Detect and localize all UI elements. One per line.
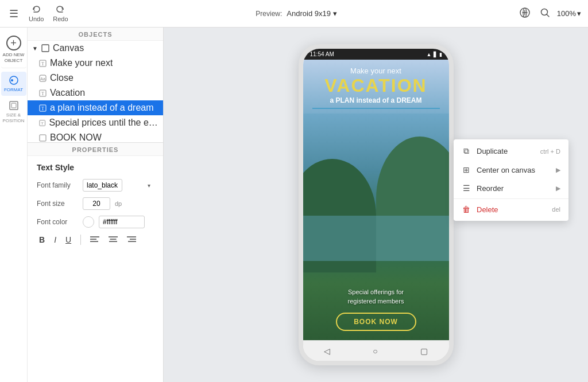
center-icon: ⊞ <box>462 165 471 174</box>
object-item-a-plan[interactable]: T a plan instead of a dream <box>28 100 163 115</box>
delete-shortcut: del <box>552 206 560 213</box>
svg-point-5 <box>11 79 13 81</box>
objects-section: OBJECTS ▼ Canvas T <box>28 28 163 142</box>
font-family-label: Font family <box>37 181 78 189</box>
font-family-select-wrap: lato_black <box>83 179 154 192</box>
object-item-vacation[interactable]: T Vacation <box>28 85 163 100</box>
redo-button[interactable]: Redo <box>49 4 71 24</box>
main-panel: OBJECTS ▼ Canvas T <box>28 28 163 382</box>
properties-section: PROPERTIES Text Style Font family lato_b… <box>28 142 163 257</box>
svg-line-3 <box>547 14 549 17</box>
format-divider <box>80 235 81 245</box>
context-menu: ⧉ Duplicate ctrl + D ⊞ Center on canvas … <box>454 139 568 221</box>
reorder-arrow: ▶ <box>556 185 560 192</box>
screen-book-btn[interactable]: BOOK NOW <box>336 313 416 331</box>
delete-label: Delete <box>477 205 498 214</box>
align-right-button[interactable] <box>125 235 138 245</box>
toolbar: ☰ Undo Redo Preview: Android 9x19 ▾ <box>0 0 588 28</box>
objects-list[interactable]: ▼ Canvas T Make your next <box>28 41 163 142</box>
objects-title: OBJECTS <box>28 28 163 41</box>
delete-icon: 🗑 <box>462 205 471 214</box>
font-color-label: Font color <box>37 218 78 226</box>
toolbar-center: Preview: Android 9x19 ▾ <box>81 9 512 18</box>
context-menu-reorder[interactable]: ☰ Reorder ▶ <box>454 179 568 197</box>
menu-button[interactable]: ☰ <box>7 5 21 22</box>
left-panel: + ADD NEWOBJECT FORMAT SIZE &POSITION <box>0 28 164 382</box>
properties-title: PROPERTIES <box>28 143 163 156</box>
ctx-center-left: ⊞ Center on canvas <box>462 165 535 174</box>
font-color-swatch[interactable] <box>83 216 94 228</box>
add-new-object-button[interactable]: + ADD NEWOBJECT <box>1 32 26 68</box>
object-item-canvas[interactable]: ▼ Canvas <box>28 41 163 56</box>
format-label: FORMAT <box>4 87 23 92</box>
nav-back-icon: ◁ <box>324 346 330 356</box>
font-size-input[interactable] <box>83 197 110 210</box>
battery-icon: ▮ <box>439 52 442 57</box>
object-item-book-now[interactable]: BOOK NOW <box>28 130 163 142</box>
text-icon-3: T <box>39 89 47 97</box>
reorder-icon: ☰ <box>462 184 471 193</box>
context-menu-delete[interactable]: 🗑 Delete del <box>454 200 568 219</box>
text-icon-1: T <box>39 60 47 67</box>
duplicate-shortcut: ctrl + D <box>540 148 560 155</box>
align-center-icon <box>109 236 118 243</box>
sidebar-item-format[interactable]: FORMAT <box>1 72 26 96</box>
toolbar-right: 100% ▾ <box>517 5 581 22</box>
font-size-row: Font size dp <box>37 197 154 210</box>
context-menu-center[interactable]: ⊞ Center on canvas ▶ <box>454 161 568 179</box>
align-left-icon <box>90 236 99 243</box>
sidebar-item-size-position[interactable]: SIZE &POSITION <box>1 97 26 127</box>
italic-button[interactable]: I <box>52 234 59 245</box>
context-menu-divider <box>454 198 568 199</box>
toolbar-left: ☰ <box>7 5 21 22</box>
text-style-heading: Text Style <box>37 163 154 172</box>
share-icon <box>519 7 531 18</box>
svg-rect-19 <box>40 135 46 141</box>
svg-text:Aa: Aa <box>40 76 45 80</box>
svg-rect-7 <box>11 103 16 108</box>
object-item-special-prices[interactable]: T Special prices until the end of t <box>28 115 163 130</box>
underline-button[interactable]: U <box>63 234 74 245</box>
font-color-row: Font color <box>37 216 154 228</box>
font-family-row: Font family lato_black <box>37 179 154 192</box>
svg-rect-8 <box>42 45 49 52</box>
canvas-icon <box>41 44 49 52</box>
ctx-reorder-left: ☰ Reorder <box>462 184 504 193</box>
font-size-label: Font size <box>37 200 78 208</box>
add-plus-icon: + <box>6 36 21 50</box>
duplicate-label: Duplicate <box>477 147 508 155</box>
center-label: Center on canvas <box>477 166 535 174</box>
bold-button[interactable]: B <box>37 234 47 245</box>
object-item-make-your-next[interactable]: T Make your next <box>28 56 163 71</box>
context-menu-duplicate[interactable]: ⧉ Duplicate ctrl + D <box>454 142 568 161</box>
search-button[interactable] <box>537 5 552 22</box>
text-icon-5: T <box>39 119 45 127</box>
align-center-button[interactable] <box>106 235 120 245</box>
font-family-select[interactable]: lato_black <box>83 179 122 192</box>
text-icon-2: Aa <box>39 75 47 82</box>
screen-top-section: Make your next VACATION a PLAN instead o… <box>303 60 449 114</box>
svg-text:T: T <box>41 91 44 96</box>
text-icon-4: T <box>39 104 47 112</box>
wifi-icon: ▲ <box>427 52 432 57</box>
ctx-duplicate-left: ⧉ Duplicate <box>462 146 508 156</box>
properties-content: Text Style Font family lato_black Font s… <box>28 156 163 257</box>
canvas-area[interactable]: 11:54 AM ▲ ▋ ▮ Make your next VACATION a… <box>164 28 588 382</box>
search-icon <box>540 7 550 18</box>
object-item-close[interactable]: Aa Close <box>28 71 163 85</box>
undo-button[interactable]: Undo <box>25 4 47 24</box>
undo-redo-group: Undo Redo <box>25 4 72 24</box>
align-left-button[interactable] <box>88 235 102 245</box>
reorder-label: Reorder <box>477 184 504 193</box>
svg-text:T: T <box>41 61 44 66</box>
phone-status-icons: ▲ ▋ ▮ <box>427 52 442 57</box>
align-right-icon <box>127 236 136 243</box>
signal-icon: ▋ <box>434 52 438 57</box>
font-color-input[interactable] <box>99 216 145 228</box>
share-button[interactable] <box>517 5 533 22</box>
zoom-selector[interactable]: 100% ▾ <box>557 9 581 18</box>
water <box>303 216 449 261</box>
device-selector[interactable]: Android 9x19 ▾ <box>287 9 337 18</box>
svg-text:T: T <box>41 121 44 126</box>
text-format-row: B I U <box>37 234 154 245</box>
